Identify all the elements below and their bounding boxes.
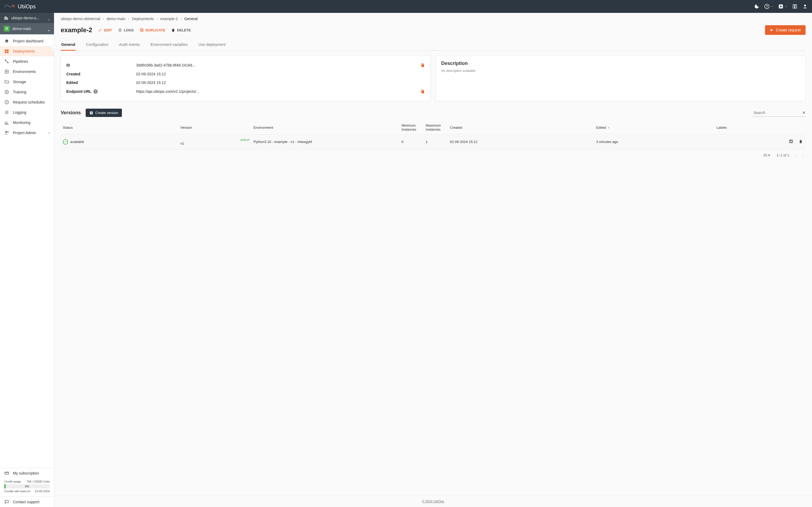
chevron-right-icon: › <box>103 17 104 21</box>
sidebar-collapse-button[interactable]: ‹ <box>51 46 57 51</box>
sidebar-item-storage[interactable]: Storage <box>0 77 54 87</box>
credit-usage-value: 766 / 25000 Units <box>27 480 50 483</box>
credit-reset-date: 23-09-2024 <box>35 490 50 493</box>
card-icon <box>4 471 9 475</box>
sort-asc-icon: ↑ <box>608 125 610 129</box>
row-delete-button[interactable] <box>798 139 803 145</box>
create-request-button[interactable]: Create request <box>765 25 806 35</box>
created-cell: 02-09-2024 15:12 <box>448 134 594 150</box>
credit-usage-label: Credit usage <box>4 480 21 483</box>
sidebar-item-label: Deployments <box>13 49 35 53</box>
tab-configuration[interactable]: Configuration <box>85 40 109 51</box>
help-icon[interactable]: ? <box>764 4 773 9</box>
sidebar-item-subscription[interactable]: My subscription <box>0 468 54 478</box>
info-panel: ID 3dd9c56b-3a92-47bb-8f4d-2416d... Crea… <box>61 56 431 101</box>
sidebar-item-environments[interactable]: Environments <box>0 66 54 77</box>
play-icon <box>770 28 774 32</box>
created-value: 02-09-2024 15:12 <box>136 72 425 76</box>
brand-name: UbiOps <box>18 3 36 10</box>
home-icon <box>4 39 9 44</box>
next-page-button[interactable]: › <box>802 153 803 157</box>
sidebar-item-deployments[interactable]: Deployments <box>0 46 54 56</box>
tab-environment-variables[interactable]: Environment variables <box>150 40 188 51</box>
breadcrumb-item[interactable]: demo-main <box>107 17 125 21</box>
prev-page-button[interactable]: ‹ <box>796 153 797 157</box>
sidebar-item-training[interactable]: Training <box>0 87 54 97</box>
breadcrumb-item[interactable]: Deployments <box>132 17 154 21</box>
chevron-right-icon: › <box>157 17 158 21</box>
copy-icon <box>140 28 144 32</box>
help-icon[interactable]: ? <box>93 89 98 94</box>
id-value: 3dd9c56b-3a92-47bb-8f4d-2416d... <box>136 63 417 67</box>
chevron-right-icon: › <box>128 17 129 21</box>
svg-rect-17 <box>141 29 143 32</box>
sidebar-item-request-schedules[interactable]: Request schedules <box>0 97 54 107</box>
col-min[interactable]: Minimum instances <box>399 121 423 134</box>
svg-rect-18 <box>141 29 143 31</box>
svg-rect-7 <box>7 52 9 53</box>
svg-point-3 <box>804 5 806 6</box>
list-icon <box>4 110 9 115</box>
add-menu-icon[interactable] <box>778 4 787 9</box>
trash-icon <box>171 28 175 32</box>
user-icon[interactable] <box>802 4 808 9</box>
sidebar-item-label: Training <box>13 90 26 94</box>
copy-endpoint-button[interactable] <box>420 89 425 94</box>
col-edited[interactable]: Edited ↑ <box>594 121 714 134</box>
footer-link[interactable]: © 2024 UbiOps <box>422 500 444 503</box>
docs-icon[interactable] <box>792 4 798 9</box>
page-size-selector[interactable]: 25 ▾ <box>763 153 770 157</box>
col-version[interactable]: Version <box>178 121 252 134</box>
sidebar-item-contact-support[interactable]: Contact support <box>0 497 54 507</box>
edited-cell: 3 minutes ago <box>594 134 714 150</box>
sidebar-item-logging[interactable]: Logging <box>0 107 54 117</box>
sidebar-item-label: Project Admin <box>13 131 36 135</box>
delete-button[interactable]: DELETE <box>171 28 191 32</box>
theme-toggle-icon[interactable] <box>754 4 759 9</box>
svg-rect-4 <box>5 49 6 51</box>
clear-search-button[interactable]: ✕ <box>802 110 806 115</box>
edit-button[interactable]: EDIT <box>98 28 112 32</box>
col-status[interactable]: Status <box>61 121 178 134</box>
logs-button[interactable]: LOGS <box>118 28 134 32</box>
plus-icon <box>89 111 93 115</box>
tab-audit-events[interactable]: Audit events <box>118 40 140 51</box>
create-version-button[interactable]: Create version <box>86 109 122 117</box>
sidebar-item-label: Project dashboard <box>13 39 44 43</box>
col-max[interactable]: Maximum instances <box>423 121 448 134</box>
sidebar-item-monitoring[interactable]: Monitoring <box>0 117 54 128</box>
description-title: Description <box>441 61 800 66</box>
duplicate-button[interactable]: DUPLICATE <box>140 28 165 32</box>
sidebar-item-label: Logging <box>13 110 26 115</box>
org-selector[interactable]: ubiops-demo-u... ⌄ <box>0 13 54 23</box>
breadcrumb-item[interactable]: ubiops-demo-ubinternal <box>61 17 100 21</box>
pencil-icon <box>98 28 102 32</box>
environment-cell: Python3.10 - example - v1 - mlwxgybf <box>251 134 399 150</box>
page-range: 1–1 of 1 <box>776 153 789 157</box>
subscription-label: My subscription <box>13 471 39 475</box>
sidebar-item-project-dashboard[interactable]: Project dashboard <box>0 36 54 46</box>
table-row[interactable]: available default v1 Python3.10 - exampl… <box>61 134 806 150</box>
org-name: ubiops-demo-u... <box>11 16 44 20</box>
sidebar-item-label: Pipelines <box>13 59 28 64</box>
chevron-right-icon: › <box>48 131 50 135</box>
search-input[interactable] <box>752 109 802 116</box>
search-container: ✕ <box>752 109 806 117</box>
credit-reset-label: Credits will reset on: <box>4 490 31 493</box>
clock-icon <box>4 100 9 105</box>
col-created[interactable]: Created <box>448 121 594 134</box>
sidebar-item-pipelines[interactable]: Pipelines <box>0 56 54 66</box>
row-select-button[interactable] <box>789 139 794 145</box>
col-environment[interactable]: Environment <box>251 121 399 134</box>
pipelines-icon <box>4 59 9 64</box>
copy-id-button[interactable] <box>420 63 425 68</box>
project-selector[interactable]: D demo-main ⌄ <box>0 23 54 34</box>
col-labels[interactable]: Labels <box>715 121 781 134</box>
tab-general[interactable]: General <box>61 40 76 51</box>
breadcrumb: ubiops-demo-ubinternal › demo-main › Dep… <box>61 17 806 21</box>
tab-use-deployment[interactable]: Use deployment <box>198 40 226 51</box>
folder-icon <box>4 79 9 84</box>
sidebar-item-project-admin[interactable]: Project Admin › <box>0 128 54 138</box>
chat-icon <box>4 500 9 504</box>
breadcrumb-item[interactable]: example-2 <box>160 17 178 21</box>
